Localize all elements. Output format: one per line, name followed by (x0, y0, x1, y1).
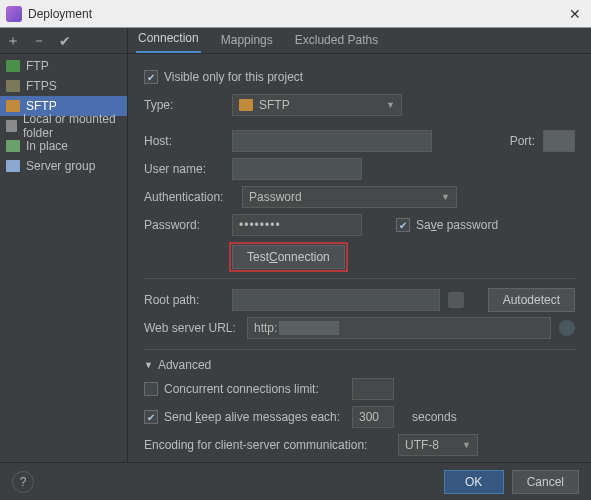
folder-icon (6, 120, 17, 132)
apply-button[interactable]: ✔ (56, 33, 74, 49)
sidebar: ＋ － ✔ FTP FTPS SFTP Local or mounted fol… (0, 28, 128, 462)
help-button[interactable]: ? (12, 471, 34, 493)
save-password-checkbox[interactable]: ✔ Save password (396, 218, 498, 232)
checkbox-icon (144, 382, 158, 396)
sidebar-item-label: Server group (26, 159, 95, 173)
sidebar-item-label: FTPS (26, 79, 57, 93)
encoding-value: UTF-8 (405, 438, 439, 452)
open-browser-icon[interactable] (559, 320, 575, 336)
chevron-down-icon: ▼ (462, 440, 471, 450)
sidebar-item-label: Local or mounted folder (23, 112, 121, 140)
sidebar-toolbar: ＋ － ✔ (0, 28, 127, 54)
concurrent-checkbox[interactable]: Concurrent connections limit: (144, 382, 344, 396)
checkbox-icon: ✔ (144, 70, 158, 84)
advanced-label: Advanced (158, 358, 211, 372)
keepalive-label: Send keep alive messages each: (164, 410, 340, 424)
type-label: Type: (144, 98, 224, 112)
sidebar-item-ftps[interactable]: FTPS (0, 76, 127, 96)
ftps-icon (6, 80, 20, 92)
browse-icon[interactable] (448, 292, 464, 308)
encoding-select[interactable]: UTF-8 ▼ (398, 434, 478, 456)
port-input[interactable] (543, 130, 575, 152)
sidebar-item-servergroup[interactable]: Server group (0, 156, 127, 176)
chevron-down-icon: ▼ (386, 100, 395, 110)
checkbox-icon: ✔ (144, 410, 158, 424)
webserver-label: Web server URL: (144, 321, 239, 335)
auth-value: Password (249, 190, 302, 204)
inplace-icon (6, 140, 20, 152)
close-icon[interactable]: ✕ (565, 6, 585, 22)
password-input[interactable] (232, 214, 362, 236)
add-button[interactable]: ＋ (4, 32, 22, 50)
sftp-icon (6, 100, 20, 112)
app-icon (6, 6, 22, 22)
sidebar-item-ftp[interactable]: FTP (0, 56, 127, 76)
visible-only-label: Visible only for this project (164, 70, 303, 84)
type-select[interactable]: SFTP ▼ (232, 94, 402, 116)
ok-button[interactable]: OK (444, 470, 504, 494)
password-label: Password: (144, 218, 224, 232)
autodetect-button[interactable]: Autodetect (488, 288, 575, 312)
tabs: Connection Mappings Excluded Paths (128, 28, 591, 54)
window-title: Deployment (28, 7, 565, 21)
sftp-icon (239, 99, 253, 111)
rootpath-input[interactable] (232, 289, 440, 311)
sidebar-item-local[interactable]: Local or mounted folder (0, 116, 127, 136)
sidebar-item-label: SFTP (26, 99, 57, 113)
concurrent-input[interactable] (352, 378, 394, 400)
port-label: Port: (510, 134, 535, 148)
username-input[interactable] (232, 158, 362, 180)
auth-label: Authentication: (144, 190, 234, 204)
encoding-label: Encoding for client-server communication… (144, 438, 390, 452)
chevron-down-icon: ▼ (441, 192, 450, 202)
save-password-label: Save password (416, 218, 498, 232)
chevron-down-icon: ▼ (144, 360, 153, 370)
sidebar-item-label: In place (26, 139, 68, 153)
rootpath-label: Root path: (144, 293, 224, 307)
advanced-toggle[interactable]: ▼ Advanced (144, 358, 575, 372)
sidebar-item-label: FTP (26, 59, 49, 73)
auth-select[interactable]: Password ▼ (242, 186, 457, 208)
host-input[interactable] (232, 130, 432, 152)
seconds-label: seconds (412, 410, 457, 424)
test-connection-button[interactable]: Test Connection (232, 245, 345, 269)
ftp-icon (6, 60, 20, 72)
username-label: User name: (144, 162, 224, 176)
type-value: SFTP (259, 98, 290, 112)
visible-only-checkbox[interactable]: ✔ Visible only for this project (144, 70, 303, 84)
webserver-input[interactable]: http: (247, 317, 551, 339)
tab-excluded[interactable]: Excluded Paths (293, 28, 380, 53)
group-icon (6, 160, 20, 172)
keepalive-input[interactable] (352, 406, 394, 428)
keepalive-checkbox[interactable]: ✔ Send keep alive messages each: (144, 410, 344, 424)
cancel-button[interactable]: Cancel (512, 470, 579, 494)
tab-mappings[interactable]: Mappings (219, 28, 275, 53)
server-list: FTP FTPS SFTP Local or mounted folder In… (0, 54, 127, 176)
connection-form: ✔ Visible only for this project Type: SF… (128, 54, 591, 462)
dialog-footer: ? OK Cancel (0, 462, 591, 500)
tab-connection[interactable]: Connection (136, 26, 201, 53)
host-label: Host: (144, 134, 224, 148)
concurrent-label: Concurrent connections limit: (164, 382, 319, 396)
checkbox-icon: ✔ (396, 218, 410, 232)
remove-button[interactable]: － (30, 32, 48, 50)
